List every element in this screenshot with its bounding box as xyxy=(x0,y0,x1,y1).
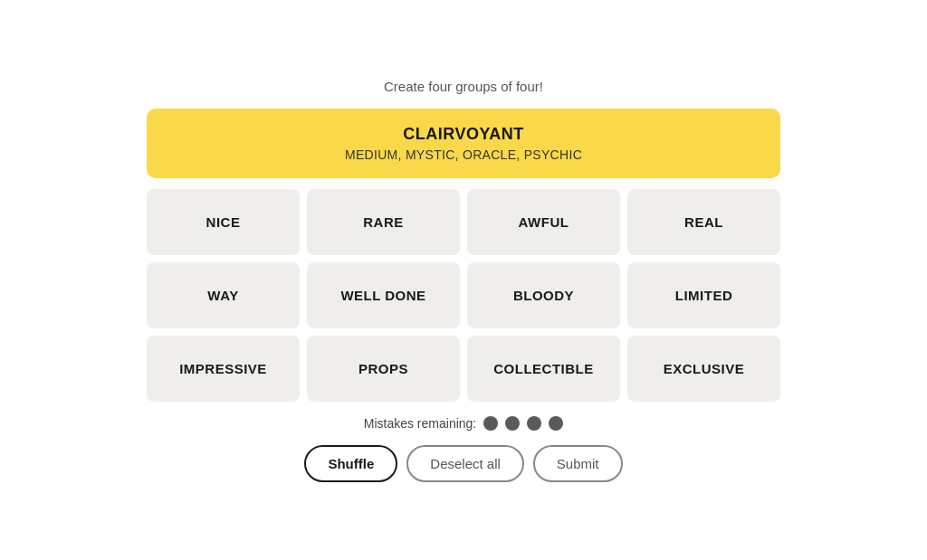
tile-11[interactable]: EXCLUSIVE xyxy=(627,336,780,402)
deselect-button[interactable]: Deselect all xyxy=(406,445,524,482)
solved-title: CLAIRVOYANT xyxy=(168,125,759,144)
tile-2[interactable]: AWFUL xyxy=(467,189,620,255)
game-container: Create four groups of four! CLAIRVOYANT … xyxy=(147,79,780,482)
tile-10[interactable]: COLLECTIBLE xyxy=(467,336,620,402)
tile-1[interactable]: RARE xyxy=(307,189,460,255)
action-buttons: Shuffle Deselect all Submit xyxy=(304,445,622,482)
mistakes-row: Mistakes remaining: xyxy=(364,416,564,431)
tile-6[interactable]: BLOODY xyxy=(467,262,620,328)
solved-members: MEDIUM, MYSTIC, ORACLE, PSYCHIC xyxy=(168,147,759,162)
tile-4[interactable]: WAY xyxy=(147,262,300,328)
mistake-dot-3 xyxy=(527,416,541,431)
mistakes-label: Mistakes remaining: xyxy=(364,416,477,431)
solved-row: CLAIRVOYANT MEDIUM, MYSTIC, ORACLE, PSYC… xyxy=(147,109,780,178)
tile-5[interactable]: WELL DONE xyxy=(307,262,460,328)
mistake-dot-1 xyxy=(483,416,498,431)
word-grid: NICERAREAWFULREALWAYWELL DONEBLOODYLIMIT… xyxy=(147,189,780,402)
tile-7[interactable]: LIMITED xyxy=(627,262,780,328)
tile-8[interactable]: IMPRESSIVE xyxy=(147,336,300,402)
tile-0[interactable]: NICE xyxy=(147,189,300,255)
submit-button[interactable]: Submit xyxy=(533,445,623,482)
mistake-dot-2 xyxy=(505,416,520,431)
mistake-dot-4 xyxy=(549,416,563,431)
tile-3[interactable]: REAL xyxy=(627,189,780,255)
instruction-text: Create four groups of four! xyxy=(384,79,543,94)
shuffle-button[interactable]: Shuffle xyxy=(304,445,397,482)
tile-9[interactable]: PROPS xyxy=(307,336,460,402)
